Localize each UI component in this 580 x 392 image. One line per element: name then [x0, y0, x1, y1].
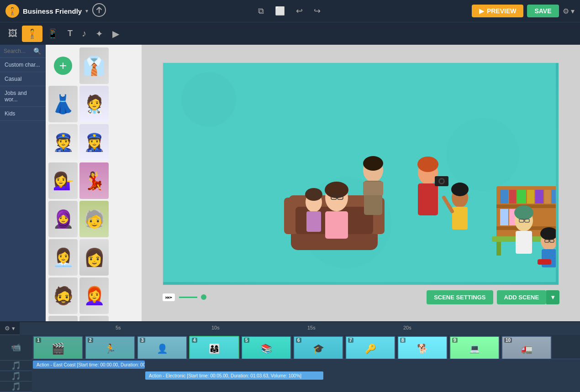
copy-button[interactable]: ⧉	[256, 5, 266, 18]
scene-thumb-6[interactable]: 6 🎓	[293, 336, 343, 359]
search-input[interactable]	[4, 48, 33, 54]
svg-rect-50	[496, 242, 501, 256]
char-item[interactable]: 🧔	[48, 277, 78, 314]
svg-rect-42	[552, 190, 556, 204]
char-item[interactable]: 👩‍💼	[48, 239, 78, 276]
char-item[interactable]: 👮‍♀️	[79, 124, 109, 161]
svg-point-3	[446, 118, 519, 191]
left-sidebar: 🔍 Custom char... Casual Jobs and wor... …	[0, 45, 46, 321]
add-scene-button[interactable]: ADD SCENE	[497, 290, 547, 304]
svg-rect-38	[517, 190, 526, 204]
char-item[interactable]: 👔	[79, 47, 109, 84]
audio-bar-1[interactable]: Action - East Coast [Start time: 00:00.0…	[33, 361, 145, 369]
char-item[interactable]: 👩	[79, 239, 109, 276]
scene-thumb-9[interactable]: 9 💻	[449, 336, 500, 359]
char-item[interactable]: 👴	[48, 316, 78, 321]
save-button[interactable]: SAVE	[527, 5, 559, 17]
scene-background: 📹	[163, 63, 559, 285]
scene-illustration	[163, 63, 556, 282]
project-title: Business Friendly	[23, 7, 82, 15]
char-item[interactable]: 💁‍♀️	[48, 162, 78, 199]
timeline-scenes: 1 🎬 2 🏃 3 👤 4 👨‍👩‍👧 5 📚	[32, 335, 580, 359]
svg-rect-30	[452, 207, 468, 230]
toolbar-device-btn[interactable]: 📱	[42, 26, 63, 42]
undo-button[interactable]: ↩	[294, 4, 305, 18]
svg-point-31	[451, 183, 469, 196]
char-item[interactable]: 💃	[79, 162, 109, 199]
scene-thumb-4[interactable]: 4 👨‍👩‍👧	[189, 336, 239, 359]
scene-settings-button[interactable]: SCENE SETTINGS	[427, 290, 493, 304]
redo-button[interactable]: ↪	[312, 4, 322, 18]
scene-number: 2	[88, 338, 93, 343]
svg-point-25	[417, 157, 438, 172]
add-scene-arrow-button[interactable]: ▼	[546, 290, 559, 304]
svg-rect-40	[535, 190, 543, 204]
scene-thumb-8[interactable]: 8 🐕	[397, 336, 448, 359]
svg-rect-11	[325, 211, 348, 239]
scene-number: 7	[348, 338, 353, 343]
avatar: 🧍	[5, 4, 19, 18]
toolbar-video-btn[interactable]: ▶	[108, 26, 124, 42]
char-item[interactable]: 👮	[48, 124, 78, 161]
char-item[interactable]: 🧓	[79, 201, 109, 237]
settings-button[interactable]: ⚙ ▾	[563, 7, 575, 16]
top-bar-right: ▶ PREVIEW SAVE ⚙ ▾	[472, 5, 575, 17]
audio-bar-2[interactable]: Action - Electronic [Start time: 00:05.0…	[145, 371, 323, 380]
ruler-mark-10s: 10s	[211, 325, 220, 330]
scene-number: 9	[452, 338, 458, 343]
char-item[interactable]: 👧	[79, 316, 109, 321]
timeline-header: ⚙ ▾ 5s 10s 15s 20s	[0, 322, 580, 335]
audio-tracks: Action - East Coast [Start time: 00:00.0…	[32, 359, 580, 392]
toolbar-image-btn[interactable]: 🖼	[4, 26, 22, 42]
upload-button[interactable]	[92, 3, 106, 20]
scene-thumb-10[interactable]: 10 🚛	[501, 336, 552, 359]
gear-icon: ⚙	[5, 325, 10, 332]
scene-thumb-1[interactable]: 1 🎬	[33, 336, 83, 359]
svg-rect-67	[538, 259, 551, 265]
scene-number: 10	[504, 338, 512, 343]
svg-rect-45	[500, 209, 508, 225]
toolbar-music-btn[interactable]: ♪	[77, 26, 91, 42]
svg-point-18	[305, 188, 322, 201]
toolbar-effects-btn[interactable]: ✦	[91, 26, 108, 42]
sidebar-item-custom-char[interactable]: Custom char...	[0, 58, 46, 72]
top-bar-left: 🧍 Business Friendly ▾	[5, 3, 106, 20]
playback-button[interactable]: ⏮▶	[162, 293, 175, 302]
scene-number: 1	[36, 338, 41, 343]
char-item[interactable]: 🧑‍⚕️	[79, 86, 109, 122]
toolbar: 🖼 🧍 📱 T ♪ ✦ ▶	[0, 22, 580, 45]
top-bar: 🧍 Business Friendly ▾ ⧉ ⬜ ↩ ↪ ▶ PREVIEW …	[0, 0, 580, 22]
scene-number: 8	[400, 338, 406, 343]
toolbar-character-btn[interactable]: 🧍	[22, 26, 42, 42]
scene-thumb-7[interactable]: 7 🔑	[345, 336, 395, 359]
toolbar-text-btn[interactable]: T	[63, 26, 77, 41]
timeline-track-labels: 📹 🎵 🎵 🎵	[0, 335, 32, 392]
scene-thumb-2[interactable]: 2 🏃	[85, 336, 135, 359]
sidebar-item-casual[interactable]: Casual	[0, 72, 46, 86]
sidebar-item-kids[interactable]: Kids	[0, 107, 46, 121]
playback-area: ⏮▶	[162, 293, 206, 302]
scene-thumb-5[interactable]: 5 📚	[241, 336, 291, 359]
char-item[interactable]: 🧕	[48, 201, 78, 237]
svg-rect-24	[418, 183, 438, 215]
ruler-mark-5s: 5s	[116, 325, 121, 330]
svg-point-28	[440, 179, 443, 183]
svg-rect-41	[544, 190, 551, 204]
chevron-down-icon: ▾	[12, 325, 15, 332]
timeline-settings-button[interactable]: ⚙ ▾	[0, 325, 20, 332]
canvas-area: 📹	[142, 45, 580, 321]
scene-thumb-3[interactable]: 3 👤	[137, 336, 187, 359]
sidebar-item-jobs[interactable]: Jobs and wor...	[0, 86, 46, 107]
char-item[interactable]: 👩‍🦰	[79, 277, 109, 314]
paste-button[interactable]: ⬜	[273, 4, 287, 18]
timeline-content: 1 🎬 2 🏃 3 👤 4 👨‍👩‍👧 5 📚	[32, 335, 580, 392]
video-track-icon: 📹	[0, 335, 32, 361]
canvas-controls: ⏮▶ SCENE SETTINGS ADD SCENE ▼	[162, 290, 559, 304]
audio-track-icon-3: 🎵	[0, 382, 32, 392]
audio-track-icon-1: 🎵	[0, 361, 32, 371]
ruler-mark-20s: 20s	[403, 325, 411, 330]
add-character-button[interactable]: +	[54, 57, 72, 75]
scene-canvas: 📹	[162, 62, 559, 286]
preview-button[interactable]: ▶ PREVIEW	[472, 5, 524, 17]
char-item[interactable]: 👗	[48, 86, 78, 122]
